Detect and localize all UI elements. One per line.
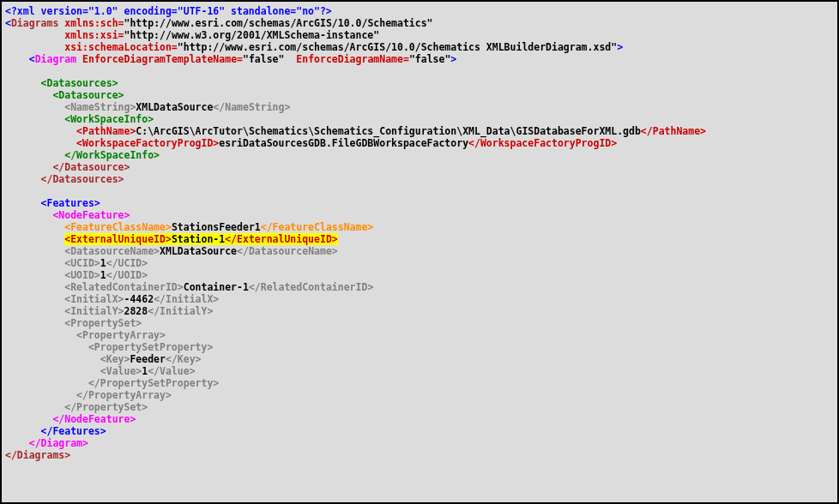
xml-declaration: <?xml version="1.0" encoding="UTF-16" st… — [5, 5, 332, 17]
xml-code-block: <?xml version="1.0" encoding="UTF-16" st… — [2, 2, 837, 465]
